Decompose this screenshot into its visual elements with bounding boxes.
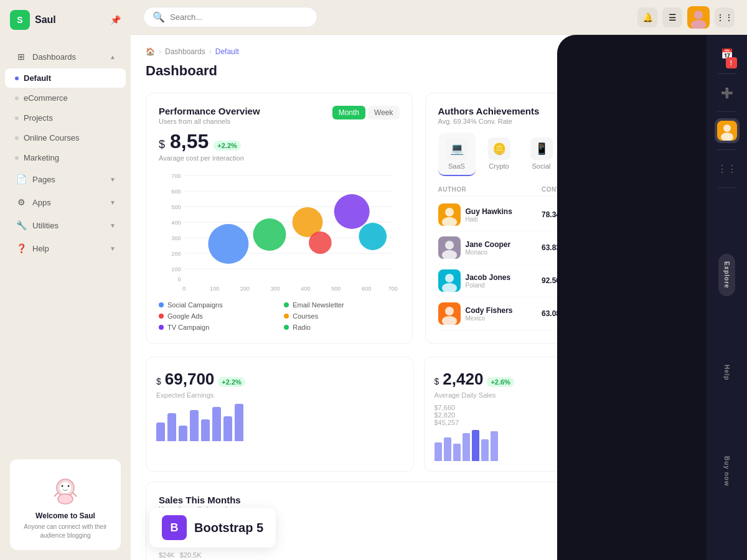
bar — [491, 431, 498, 461]
search-input[interactable] — [170, 12, 308, 22]
chart-legend: Social Campaigns Email Newsletter Google… — [159, 301, 400, 331]
svg-point-2 — [58, 494, 73, 504]
tab-mobile[interactable]: 📲 Mobile — [565, 133, 603, 176]
svg-point-43 — [442, 283, 457, 292]
daily-sales-badge: +2.6% — [487, 377, 514, 387]
bootstrap-icon: B — [162, 515, 187, 540]
sidebar-item-marketing[interactable]: Marketing — [5, 148, 126, 167]
authors-table: AUTHOR CONV. CHART VIEW — [438, 184, 679, 330]
dot-icon — [15, 116, 19, 120]
tab-week[interactable]: Week — [368, 106, 399, 119]
avatar — [438, 302, 461, 325]
bootstrap-label: Bootstrap 5 — [194, 521, 263, 535]
add-icon[interactable]: ➕ — [715, 80, 740, 105]
bubble-chart: 700 600 500 400 300 200 100 0 0 100 — [159, 169, 400, 294]
bar — [201, 419, 210, 441]
sidebar-header: S Saul 📌 — [0, 0, 131, 40]
sidebar-item-label: Online Courses — [24, 133, 80, 142]
bar — [481, 439, 489, 461]
view-button[interactable]: → — [664, 273, 679, 288]
svg-text:0: 0 — [178, 276, 181, 282]
menu-icon[interactable]: ☰ — [662, 7, 682, 27]
sidebar-item-utilities[interactable]: 🔧 Utilities ▼ — [5, 214, 126, 236]
tab-crypto[interactable]: 🪙 Crypto — [481, 133, 518, 176]
create-project-button[interactable]: Create Project — [617, 61, 692, 80]
svg-point-37 — [359, 223, 387, 250]
buy-now-pill[interactable]: Buy now — [718, 449, 735, 494]
grid-icon[interactable]: ⋮⋮ — [715, 7, 735, 27]
earnings-label: Expected Earnings — [156, 391, 403, 399]
conv-rate: 63.08% — [542, 309, 591, 318]
svg-point-7 — [694, 11, 703, 19]
author-info: Jacob Jones Poland — [438, 269, 542, 292]
view-button[interactable]: → — [664, 306, 679, 321]
divider — [718, 111, 736, 112]
author-name: Cody Fishers — [466, 306, 513, 315]
help-pill[interactable]: Help — [718, 357, 735, 388]
svg-point-4 — [68, 485, 70, 487]
dot-icon — [15, 156, 19, 160]
svg-point-47 — [721, 133, 733, 141]
sidebar-item-dashboards[interactable]: ⊞ Dashboards ▲ — [5, 45, 126, 68]
tab-social[interactable]: 📱 Social — [523, 133, 560, 176]
sidebar-item-default[interactable]: Default — [5, 68, 126, 88]
settings-icon[interactable]: ⋮⋮ — [715, 156, 740, 181]
chevron-up-icon: ▲ — [110, 54, 116, 60]
performance-value: $ 8,55 +2.2% — [159, 130, 400, 153]
legend-social-campaigns: Social Campaigns — [159, 301, 274, 309]
sidebar-item-pages[interactable]: 📄 Pages ▼ — [5, 168, 126, 190]
svg-text:100: 100 — [210, 286, 219, 292]
sidebar-item-projects[interactable]: Projects — [5, 108, 126, 128]
svg-point-38 — [445, 208, 454, 217]
sidebar-item-apps[interactable]: ⚙ Apps ▼ — [5, 191, 126, 213]
authors-header: Authors Achievements Avg. 69.34% Conv. R… — [438, 106, 679, 125]
notifications-icon[interactable]: 🔔 — [637, 7, 657, 27]
table-row: Guy Hawkins Haiti 78.34% → — [438, 198, 679, 231]
dot-icon — [15, 96, 19, 100]
tab-others[interactable]: 📦 Others — [608, 133, 645, 176]
search-box[interactable]: 🔍 — [143, 7, 317, 27]
page-title: Dashboard — [146, 63, 217, 79]
author-country: Poland — [466, 282, 511, 289]
tab-month[interactable]: Month — [332, 106, 365, 119]
view-button[interactable]: → — [664, 240, 679, 255]
sidebar-item-online-courses[interactable]: Online Courses — [5, 128, 126, 147]
pin-icon[interactable]: 📌 — [110, 15, 121, 25]
svg-point-36 — [309, 231, 332, 254]
tab-saas[interactable]: 💻 SaaS — [438, 133, 476, 176]
performance-card: Performance Overview Users from all chan… — [146, 93, 413, 344]
svg-text:500: 500 — [331, 286, 341, 292]
sidebar-bottom: Welcome to Saul Anyone can connect with … — [0, 449, 131, 560]
sidebar-item-help[interactable]: ❓ Help ▼ — [5, 237, 126, 259]
user-avatar[interactable] — [687, 6, 710, 29]
svg-text:300: 300 — [171, 235, 181, 241]
dashboard-grid: Performance Overview Users from all chan… — [146, 93, 692, 344]
legend-courses: Courses — [284, 312, 399, 320]
avatar — [438, 269, 461, 292]
legend-email-newsletter: Email Newsletter — [284, 301, 399, 309]
explore-pill[interactable]: Explore — [718, 254, 735, 296]
svg-point-33 — [253, 218, 286, 251]
bar — [190, 410, 199, 441]
divider — [718, 73, 736, 74]
sidebar-item-label: Help — [32, 244, 49, 253]
chevron-down-icon: ▼ — [110, 199, 116, 206]
bar — [212, 407, 221, 441]
sidebar-item-ecommerce[interactable]: eCommerce — [5, 88, 126, 108]
utilities-icon: 🔧 — [15, 219, 27, 231]
svg-text:700: 700 — [171, 173, 181, 179]
user-avatar-panel[interactable] — [715, 118, 740, 143]
sidebar-item-label: Projects — [24, 113, 53, 123]
breadcrumb-dashboards[interactable]: Dashboards — [165, 47, 205, 56]
welcome-title: Welcome to Saul — [20, 511, 111, 520]
svg-point-40 — [445, 241, 454, 250]
legend-dot — [159, 314, 164, 319]
home-icon[interactable]: 🏠 — [146, 47, 155, 56]
svg-point-46 — [723, 124, 731, 132]
sidebar-nav: ⊞ Dashboards ▲ Default eCommerce Project… — [0, 40, 131, 449]
content-wrapper: 🏠 › Dashboards › Default Dashboard Creat… — [131, 35, 747, 560]
conv-rate: 92.56% — [542, 276, 591, 285]
performance-subtitle: Users from all channels — [159, 118, 260, 125]
table-header: AUTHOR CONV. CHART VIEW — [438, 184, 679, 196]
view-button[interactable]: → — [664, 207, 679, 222]
